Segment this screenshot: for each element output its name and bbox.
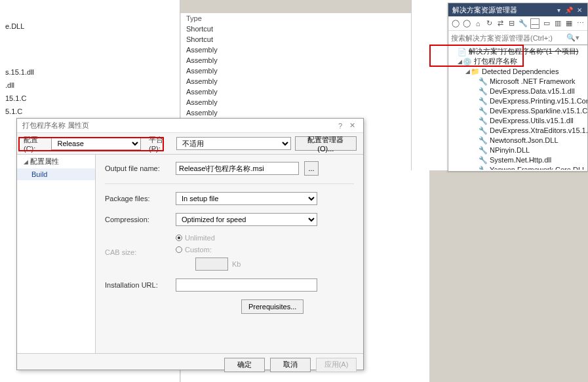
package-files-select[interactable]: In setup file bbox=[176, 192, 317, 205]
list-item: Shortcut bbox=[181, 24, 429, 34]
props-icon[interactable]: — bbox=[530, 18, 539, 29]
dropdown-icon[interactable]: ▾ bbox=[555, 6, 562, 14]
dep-item[interactable]: Yanwen.Framework.Core.DLL bbox=[490, 166, 586, 170]
list-item: Assembly bbox=[181, 45, 429, 55]
browse-button[interactable]: ... bbox=[304, 161, 319, 176]
dep-item[interactable]: DevExpress.Sparkline.v15.1.Core.dll bbox=[490, 107, 587, 115]
dialog-title: 打包程序名称 属性页 bbox=[22, 121, 89, 130]
output-file-label: Output file name: bbox=[105, 164, 170, 172]
file-item: .dll bbox=[0, 79, 180, 92]
file-item: e.DLL bbox=[0, 20, 180, 33]
fwd-icon[interactable]: ◯ bbox=[462, 18, 471, 29]
cancel-button[interactable]: 取消 bbox=[270, 358, 311, 372]
chevron-icon[interactable] bbox=[456, 58, 463, 65]
compression-label: Compression: bbox=[105, 216, 170, 223]
help-icon[interactable]: ? bbox=[334, 122, 346, 130]
solution-explorer-panel: 解决方案资源管理器 ▾ 📌 ✕ ◯ ◯ ⌂ ↻ ⇄ ⊟ 🔧 — ▭ ▥ ▦ ⋯ … bbox=[448, 3, 588, 172]
close-icon[interactable]: ✕ bbox=[576, 6, 583, 14]
view-icon[interactable]: ⋯ bbox=[576, 18, 585, 29]
apply-button[interactable]: 应用(A) bbox=[316, 358, 357, 372]
refresh-icon[interactable]: ↻ bbox=[485, 18, 494, 29]
list-item: Assembly bbox=[181, 76, 429, 86]
radio-custom bbox=[176, 246, 182, 253]
dep-item[interactable]: NPinyin.DLL bbox=[490, 146, 530, 154]
solution-root[interactable]: 解决方案"打包程序名称"(1 个项目) bbox=[469, 47, 578, 56]
list-item: Assembly bbox=[181, 55, 429, 66]
file-item: 15.1.C bbox=[0, 92, 180, 105]
sync-icon[interactable]: ⇄ bbox=[496, 18, 505, 29]
output-file-input[interactable] bbox=[176, 162, 299, 175]
dep-item[interactable]: DevExpress.Utils.v15.1.dll bbox=[490, 117, 574, 124]
chevron-icon[interactable] bbox=[464, 68, 471, 75]
list-item: Assembly bbox=[181, 66, 429, 76]
platform-label: 平台(P): bbox=[149, 135, 172, 153]
dep-item[interactable]: DevExpress.XtraEditors.v15.1.dll bbox=[490, 126, 587, 134]
install-url-label: Installation URL: bbox=[105, 281, 170, 289]
radio-unlimited bbox=[176, 235, 182, 241]
list-item: Assembly bbox=[181, 86, 429, 97]
close-icon[interactable]: ✕ bbox=[346, 121, 358, 130]
property-tree: ◢ 配置属性 Build bbox=[17, 155, 96, 353]
prerequisites-button[interactable]: Prerequisites... bbox=[241, 299, 304, 314]
sol-icon[interactable]: ▥ bbox=[553, 18, 562, 29]
package-files-label: Package files: bbox=[105, 195, 170, 202]
search-icon[interactable]: 🔍 bbox=[566, 33, 576, 42]
platform-select[interactable]: 不适用 bbox=[176, 137, 291, 150]
cab-size-label: CAB size: bbox=[105, 248, 170, 256]
solution-tree: 📄解决方案"打包程序名称"(1 个项目) 💿打包程序名称 📁Detected D… bbox=[448, 45, 587, 170]
search-dropdown-icon[interactable]: ▾ bbox=[576, 33, 585, 42]
dep-item[interactable]: DevExpress.Printing.v15.1.Core.dll bbox=[490, 97, 587, 105]
project-node[interactable]: 打包程序名称 bbox=[474, 56, 517, 66]
file-item: s.15.1.dll bbox=[0, 66, 180, 79]
wrench-icon[interactable]: 🔧 bbox=[519, 18, 528, 29]
solution-toolbar: ◯ ◯ ⌂ ↻ ⇄ ⊟ 🔧 — ▭ ▥ ▦ ⋯ bbox=[448, 16, 587, 31]
column-header-type: Type bbox=[181, 13, 429, 24]
category-node[interactable]: ◢ 配置属性 bbox=[17, 155, 95, 168]
config-select[interactable]: Release bbox=[51, 137, 141, 150]
panel-title: 解决方案资源管理器 bbox=[452, 5, 552, 15]
config-label: 配置(C): bbox=[24, 135, 47, 153]
collapse-icon[interactable]: ⊟ bbox=[507, 18, 516, 29]
list-item: Assembly bbox=[181, 107, 429, 118]
pin-icon[interactable]: 📌 bbox=[565, 6, 573, 14]
ok-button[interactable]: 确定 bbox=[224, 358, 265, 372]
search-input[interactable] bbox=[451, 34, 566, 42]
preview-icon[interactable]: ▭ bbox=[542, 18, 551, 29]
list-item: Shortcut bbox=[181, 34, 429, 45]
show-all-icon[interactable]: ▦ bbox=[564, 18, 573, 29]
dep-item[interactable]: Microsoft .NET Framework bbox=[490, 77, 576, 85]
dep-item[interactable]: Newtonsoft.Json.DLL bbox=[490, 136, 559, 144]
file-item: 5.1.C bbox=[0, 105, 180, 118]
dep-item[interactable]: System.Net.Http.dll bbox=[490, 156, 551, 164]
install-url-input[interactable] bbox=[176, 278, 317, 292]
config-manager-button[interactable]: 配置管理器(O)... bbox=[295, 136, 357, 151]
dep-item[interactable]: DevExpress.Data.v15.1.dll bbox=[490, 87, 575, 95]
detected-deps-node[interactable]: Detected Dependencies bbox=[482, 67, 559, 75]
cab-size-input bbox=[195, 258, 228, 271]
build-node[interactable]: Build bbox=[17, 168, 95, 180]
list-item: Assembly bbox=[181, 97, 429, 107]
property-pages-dialog: 打包程序名称 属性页 ? ✕ 配置(C): Release 平台(P): 不适用… bbox=[16, 118, 364, 370]
compression-select[interactable]: Optimized for speed bbox=[176, 213, 317, 226]
home-icon[interactable]: ⌂ bbox=[473, 18, 482, 29]
back-icon[interactable]: ◯ bbox=[451, 18, 460, 29]
